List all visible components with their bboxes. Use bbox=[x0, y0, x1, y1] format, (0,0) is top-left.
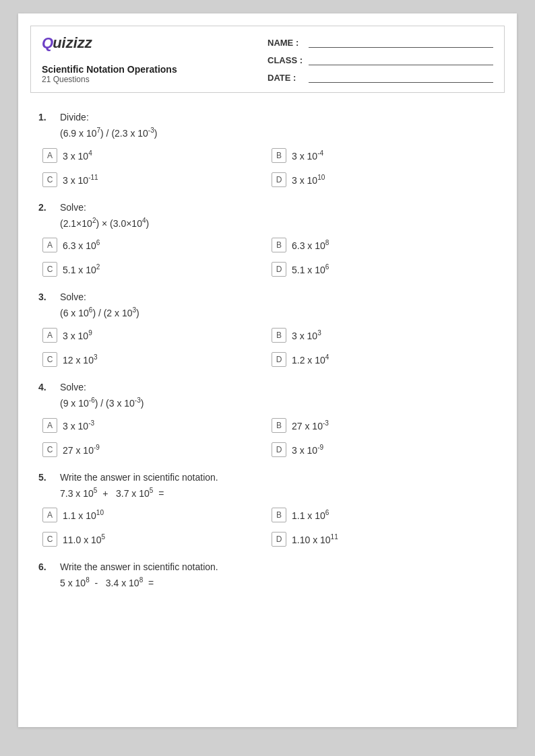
q2-d[interactable]: D 5.1 x 106 bbox=[268, 259, 497, 279]
date-field-row: DATE : bbox=[268, 72, 493, 83]
q3-header: 3. Solve: bbox=[38, 291, 497, 302]
q2-b-text: 6.3 x 108 bbox=[292, 239, 329, 251]
q5-c-letter: C bbox=[42, 532, 57, 547]
q3-d[interactable]: D 1.2 x 104 bbox=[268, 349, 497, 370]
q3-answers: A 3 x 109 B 3 x 103 C 12 x 103 D 1.2 x 1… bbox=[38, 325, 497, 370]
q5-c[interactable]: C 11.0 x 105 bbox=[38, 529, 268, 549]
q4-d-text: 3 x 10-9 bbox=[292, 444, 323, 456]
q1-a-text: 3 x 104 bbox=[63, 149, 92, 162]
q1-expr: (6.9 x 107) / (2.3 x 10-3) bbox=[60, 127, 497, 139]
q3-d-text: 1.2 x 104 bbox=[292, 353, 329, 366]
q1-c-text: 3 x 10-11 bbox=[63, 174, 98, 186]
q4-num: 4. bbox=[38, 382, 53, 392]
q1-d[interactable]: D 3 x 1010 bbox=[268, 170, 497, 190]
q5-a[interactable]: A 1.1 x 1010 bbox=[38, 505, 268, 525]
q4-answers: A 3 x 10-3 B 27 x 10-3 C 27 x 10-9 D 3 x… bbox=[38, 415, 497, 460]
q2-c-text: 5.1 x 102 bbox=[63, 263, 100, 275]
q5-b-text: 1.1 x 106 bbox=[292, 509, 329, 521]
q5-verb: Write the answer in scientific notation. bbox=[60, 472, 218, 483]
q4-d-letter: D bbox=[272, 442, 286, 457]
q2-b[interactable]: B 6.3 x 108 bbox=[268, 235, 497, 255]
q5-header: 5. Write the answer in scientific notati… bbox=[38, 472, 497, 483]
q5-b[interactable]: B 1.1 x 106 bbox=[268, 505, 497, 525]
q2-num: 2. bbox=[38, 202, 53, 213]
content: 1. Divide: (6.9 x 107) / (2.3 x 10-3) A … bbox=[18, 93, 517, 613]
q5-b-letter: B bbox=[272, 508, 286, 522]
q5-d[interactable]: D 1.10 x 1011 bbox=[268, 529, 497, 549]
logo-uizizz: uizizz bbox=[53, 34, 92, 52]
header-right: NAME : CLASS : DATE : bbox=[268, 34, 493, 83]
q2-c[interactable]: C 5.1 x 102 bbox=[38, 259, 268, 279]
q3-c-text: 12 x 103 bbox=[63, 353, 98, 366]
q3-a[interactable]: A 3 x 109 bbox=[38, 325, 268, 345]
q5-answers: A 1.1 x 1010 B 1.1 x 106 C 11.0 x 105 D … bbox=[38, 505, 497, 549]
q4-c-text: 27 x 10-9 bbox=[63, 444, 100, 456]
q1-a-letter: A bbox=[42, 148, 57, 163]
q4-a-text: 3 x 10-3 bbox=[63, 419, 94, 432]
q3-expr: (6 x 106) / (2 x 103) bbox=[60, 306, 497, 318]
name-line bbox=[309, 37, 493, 48]
q1-b-text: 3 x 10-4 bbox=[292, 149, 323, 162]
question-5: 5. Write the answer in scientific notati… bbox=[38, 472, 497, 550]
q6-header: 6. Write the answer in scientific notati… bbox=[38, 561, 497, 572]
q1-c-letter: C bbox=[42, 172, 57, 187]
logo: Q uizizz bbox=[42, 34, 268, 52]
class-line bbox=[309, 55, 493, 65]
q1-verb: Divide: bbox=[60, 112, 89, 123]
q4-b[interactable]: B 27 x 10-3 bbox=[268, 415, 497, 436]
q6-num: 6. bbox=[38, 561, 53, 572]
page: Q uizizz Scientific Notation Operations … bbox=[18, 13, 517, 727]
q2-a[interactable]: A 6.3 x 106 bbox=[38, 235, 268, 255]
q1-d-letter: D bbox=[272, 172, 286, 187]
q3-c[interactable]: C 12 x 103 bbox=[38, 349, 268, 370]
header: Q uizizz Scientific Notation Operations … bbox=[30, 26, 505, 93]
q2-b-letter: B bbox=[272, 238, 286, 252]
q5-num: 5. bbox=[38, 472, 53, 483]
q3-num: 3. bbox=[38, 291, 53, 302]
q2-c-letter: C bbox=[42, 262, 57, 277]
q2-a-letter: A bbox=[42, 238, 57, 252]
q6-expr: 5 x 108 - 3.4 x 108 = bbox=[60, 576, 497, 588]
question-2: 2. Solve: (2.1×102) × (3.0×104) A 6.3 x … bbox=[38, 202, 497, 280]
q1-b-letter: B bbox=[272, 148, 286, 163]
q3-a-letter: A bbox=[42, 328, 57, 343]
q3-b-text: 3 x 103 bbox=[292, 329, 321, 341]
q3-b[interactable]: B 3 x 103 bbox=[268, 325, 497, 345]
q1-num: 1. bbox=[38, 112, 53, 123]
class-label: CLASS : bbox=[268, 55, 305, 65]
date-line bbox=[309, 72, 493, 83]
q1-answers: A 3 x 104 B 3 x 10-4 C 3 x 10-11 D 3 x 1… bbox=[38, 145, 497, 190]
q4-d[interactable]: D 3 x 10-9 bbox=[268, 440, 497, 460]
q3-b-letter: B bbox=[272, 328, 286, 343]
q3-c-letter: C bbox=[42, 352, 57, 367]
q4-c[interactable]: C 27 x 10-9 bbox=[38, 440, 268, 460]
q1-a[interactable]: A 3 x 104 bbox=[38, 145, 268, 166]
q6-verb: Write the answer in scientific notation. bbox=[60, 561, 218, 572]
q2-answers: A 6.3 x 106 B 6.3 x 108 C 5.1 x 102 D 5.… bbox=[38, 235, 497, 279]
date-label: DATE : bbox=[268, 73, 305, 83]
q4-expr: (9 x 10-6) / (3 x 10-3) bbox=[60, 397, 497, 409]
q4-a-letter: A bbox=[42, 418, 57, 433]
name-label: NAME : bbox=[268, 38, 305, 48]
q5-a-text: 1.1 x 1010 bbox=[63, 509, 104, 521]
q1-c[interactable]: C 3 x 10-11 bbox=[38, 170, 268, 190]
q2-header: 2. Solve: bbox=[38, 202, 497, 213]
q5-c-text: 11.0 x 105 bbox=[63, 533, 105, 545]
q4-header: 4. Solve: bbox=[38, 382, 497, 392]
q5-d-letter: D bbox=[272, 532, 286, 547]
quiz-title: Scientific Notation Operations bbox=[42, 64, 268, 75]
q3-d-letter: D bbox=[272, 352, 286, 367]
q2-verb: Solve: bbox=[60, 202, 86, 213]
class-field-row: CLASS : bbox=[268, 55, 493, 65]
q2-expr: (2.1×102) × (3.0×104) bbox=[60, 217, 497, 229]
q4-a[interactable]: A 3 x 10-3 bbox=[38, 415, 268, 436]
question-4: 4. Solve: (9 x 10-6) / (3 x 10-3) A 3 x … bbox=[38, 382, 497, 460]
q4-b-letter: B bbox=[272, 418, 286, 433]
question-3: 3. Solve: (6 x 106) / (2 x 103) A 3 x 10… bbox=[38, 291, 497, 370]
q5-d-text: 1.10 x 1011 bbox=[292, 533, 338, 545]
q4-b-text: 27 x 10-3 bbox=[292, 419, 329, 432]
q1-header: 1. Divide: bbox=[38, 112, 497, 123]
q1-b[interactable]: B 3 x 10-4 bbox=[268, 145, 497, 166]
quiz-subtitle: 21 Questions bbox=[42, 75, 268, 84]
q2-d-text: 5.1 x 106 bbox=[292, 263, 329, 275]
